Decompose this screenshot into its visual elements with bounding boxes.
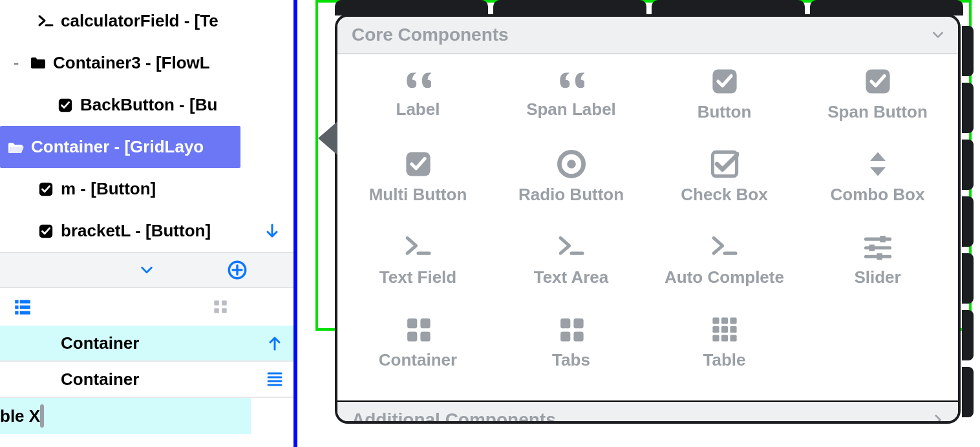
list-item-label: Container [0,369,139,390]
device-tab[interactable] [810,0,963,16]
popover-arrow-icon [318,121,337,155]
check-badge-icon [56,98,75,113]
core-components-header[interactable]: Core Components [337,17,958,54]
palette-item-label: Text Field [379,267,456,287]
prompt-icon [404,233,432,261]
grid-view-button[interactable] [211,298,229,316]
palette-item-label: Button [698,102,752,122]
palette-item-auto-complete[interactable]: Auto Complete [648,233,801,305]
palette-item-tabs[interactable]: Tabs [495,315,648,388]
grid4-icon [404,315,432,344]
palette-item-label: Container [379,350,457,370]
palette-item-label: Multi Button [369,185,467,205]
palette-item-label: Span Label [526,99,616,120]
chevron-down-icon [931,28,945,42]
tree-item-label: Container3 - [FlowL [53,53,210,73]
palette-item-label: Auto Complete [665,267,784,287]
view-mode-toolbar [0,288,293,326]
design-canvas: Core Components LabelSpan LabelButtonSpa… [297,0,980,447]
checkbox-icon [710,150,739,178]
palette-item-container[interactable]: Container [341,315,495,388]
tree-item-label: m - [Button] [61,179,156,199]
palette-item-label: Table [703,350,746,370]
palette-item-label: Radio Button [518,185,624,205]
device-side-button [962,140,974,190]
prompt-icon [36,13,56,30]
device-tab[interactable] [493,0,646,16]
check-square-icon [710,67,739,96]
device-side-button [962,196,974,247]
palette-item-label: Slider [854,267,900,287]
device-side-button [962,367,974,417]
list-item-label: Container [0,333,139,353]
tree-item-label: BackButton - [Bu [80,95,217,115]
palette-item-label: Combo Box [831,185,925,205]
palette-item-text-area[interactable]: Text Area [495,233,648,305]
core-components-grid: LabelSpan LabelButtonSpan ButtonMulti Bu… [337,54,958,402]
device-side-buttons [962,26,974,417]
tree-item-container3[interactable]: - Container3 - [FlowL [0,42,293,84]
palette-item-label: Tabs [552,350,590,370]
palette-item-text-field[interactable]: Text Field [341,233,495,305]
combo-icon [864,150,892,178]
device-tab[interactable] [335,0,488,16]
component-palette: Core Components LabelSpan LabelButtonSpa… [336,16,959,422]
palette-item-button[interactable]: Button [648,67,801,140]
palette-item-check-box[interactable]: Check Box [648,150,801,222]
list-item[interactable]: Container [0,362,293,398]
check-square-icon [404,150,432,178]
collapse-toggle[interactable]: - [6,53,26,73]
palette-item-radio-button[interactable]: Radio Button [495,150,648,222]
component-tree: calculatorField - [Te - Container3 - [Fl… [0,0,293,252]
additional-components-header[interactable]: Additional Components [337,402,958,422]
device-tab[interactable] [652,0,805,16]
palette-item-multi-button[interactable]: Multi Button [341,150,495,222]
tree-item-bracketl[interactable]: bracketL - [Button] [0,210,293,252]
menu-lines-icon[interactable] [266,370,283,388]
palette-item-label: Text Area [534,267,609,287]
device-side-button [962,310,974,360]
grid9-icon [710,315,739,344]
radio-icon [557,150,586,178]
tree-item-label: bracketL - [Button] [61,221,211,241]
palette-item-label: Span Button [827,102,928,122]
palette-item-span-label[interactable]: Span Label [495,67,648,140]
tree-item-container-selected[interactable]: Container - [GridLayo [0,126,240,168]
grid4-icon [557,315,586,344]
list-item[interactable]: ble X [0,398,251,434]
list-item-label: ble X [0,406,40,426]
check-badge-icon [36,224,56,239]
device-side-button [962,253,974,304]
checkbox[interactable] [40,406,44,426]
arrow-up-icon[interactable] [266,335,283,351]
section-title: Additional Components [352,410,556,422]
tree-item-backbutton[interactable]: BackButton - [Bu [0,84,293,126]
check-square-icon [864,67,892,96]
chevron-right-icon [931,413,945,422]
arrow-down-icon[interactable] [264,223,281,240]
folder-open-icon [6,139,26,156]
tree-item-calculatorfield[interactable]: calculatorField - [Te [0,0,293,42]
palette-item-span-button[interactable]: Span Button [801,67,954,140]
check-badge-icon [36,182,56,197]
tree-item-m[interactable]: m - [Button] [0,168,293,210]
component-tree-panel: calculatorField - [Te - Container3 - [Fl… [0,0,297,447]
quote-icon [405,67,431,93]
siblings-list: Container Container ble X [0,326,293,434]
list-view-button[interactable] [12,297,34,317]
prompt-icon [710,233,739,261]
add-button[interactable] [228,260,247,280]
palette-item-combo-box[interactable]: Combo Box [801,150,954,222]
palette-item-label: Label [396,99,440,120]
list-item[interactable]: Container [0,326,293,362]
quote-icon [559,67,584,93]
palette-item-table[interactable]: Table [648,315,801,388]
folder-icon [28,55,48,72]
expand-toggle[interactable] [139,262,154,278]
sliders-icon [864,233,892,261]
palette-item-slider[interactable]: Slider [801,233,954,305]
palette-item-label: Check Box [681,185,767,205]
section-title: Core Components [352,25,509,45]
tree-item-label: calculatorField - [Te [61,11,218,31]
palette-item-label[interactable]: Label [341,67,495,140]
